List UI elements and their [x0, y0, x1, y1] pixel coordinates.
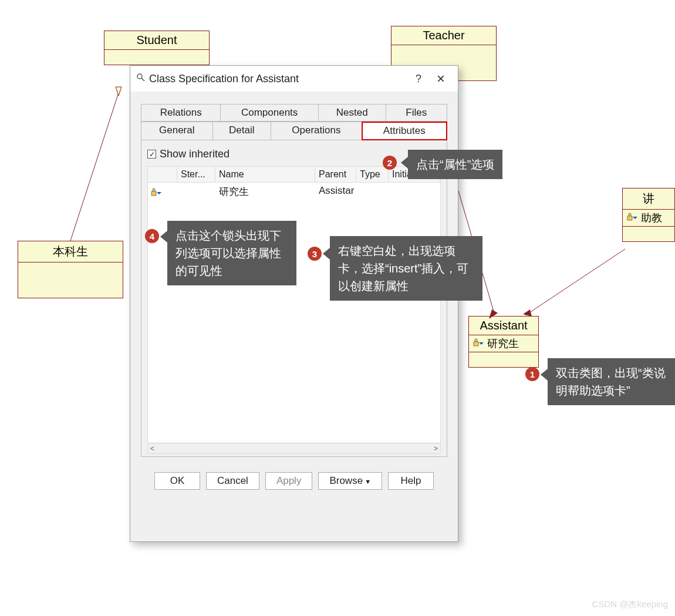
- tab-nested[interactable]: Nested: [318, 104, 386, 122]
- class-title: 本科生: [18, 241, 123, 262]
- class-spec-dialog: Class Specification for Assistant ? × Re…: [130, 65, 458, 542]
- callout-1: 双击类图，出现“类说明帮助选项卡”: [548, 358, 675, 405]
- lock-icon: [626, 212, 641, 224]
- callout-4: 点击这个锁头出现下列选项可以选择属性的可见性: [167, 221, 296, 285]
- help-button[interactable]: Help: [388, 472, 434, 490]
- horizontal-scrollbar[interactable]: < >: [148, 443, 440, 453]
- cell-parent: Assistar: [315, 183, 356, 201]
- svg-line-7: [141, 78, 144, 81]
- tab-operations[interactable]: Operations: [271, 122, 362, 140]
- cancel-button[interactable]: Cancel: [206, 472, 259, 490]
- show-inherited-label: Show inherited: [160, 148, 230, 160]
- class-title: Student: [104, 31, 209, 50]
- class-compartment: [104, 50, 209, 65]
- col-parent[interactable]: Parent: [315, 167, 356, 182]
- callout-arrow: [323, 248, 330, 260]
- class-compartment: [623, 227, 674, 241]
- callout-3: 右键空白处，出现选项卡，选择“insert”插入，可以创建新属性: [330, 236, 482, 301]
- lock-icon: [473, 338, 487, 349]
- tab-detail[interactable]: Detail: [212, 122, 272, 140]
- tab-attributes[interactable]: Attributes: [362, 122, 447, 140]
- browse-button[interactable]: Browse ▼: [318, 472, 382, 490]
- attribute-text: 研究生: [487, 338, 519, 349]
- class-compartment: [18, 262, 123, 298]
- tab-general[interactable]: General: [141, 122, 213, 140]
- show-inherited-checkbox[interactable]: ✓: [147, 150, 156, 159]
- class-assistant[interactable]: Assistant 研究生: [468, 316, 539, 368]
- scroll-right-icon[interactable]: >: [434, 445, 438, 453]
- tab-files[interactable]: Files: [386, 104, 447, 122]
- grid-header: Ster... Name Parent Type Initial: [148, 167, 440, 183]
- class-student[interactable]: Student: [104, 31, 210, 65]
- svg-point-6: [137, 74, 142, 79]
- class-title: Assistant: [469, 317, 538, 335]
- badge-4: 4: [145, 229, 159, 243]
- attribute-text: 助教: [641, 212, 662, 224]
- col-icon[interactable]: [148, 167, 177, 182]
- class-title: 讲: [623, 188, 674, 210]
- class-compartment: [469, 352, 538, 367]
- badge-1: 1: [525, 367, 539, 381]
- watermark: CSDN @杰keeping: [592, 599, 668, 610]
- cell-ster: [177, 183, 215, 201]
- dialog-icon: [136, 73, 147, 85]
- visibility-lock-icon[interactable]: [148, 183, 177, 201]
- ok-button[interactable]: OK: [154, 472, 200, 490]
- badge-3: 3: [308, 247, 322, 261]
- apply-button[interactable]: Apply: [265, 472, 313, 490]
- tab-components[interactable]: Components: [220, 104, 318, 122]
- col-stereotype[interactable]: Ster...: [177, 167, 215, 182]
- callout-2: 点击“属性”选项: [408, 150, 502, 179]
- dialog-title: Class Specification for Assistant: [147, 73, 407, 85]
- scroll-left-icon[interactable]: <: [150, 445, 154, 453]
- attributes-grid[interactable]: Ster... Name Parent Type Initial 研究生: [147, 166, 441, 454]
- callout-arrow: [401, 157, 408, 169]
- cell-name: 研究生: [215, 183, 315, 201]
- col-name[interactable]: Name: [215, 167, 315, 182]
- tab-relations[interactable]: Relations: [141, 104, 221, 122]
- svg-line-4: [525, 249, 625, 315]
- class-partial-right[interactable]: 讲 助教: [622, 188, 675, 242]
- close-button[interactable]: ×: [430, 70, 452, 87]
- class-compartment: 研究生: [469, 335, 538, 352]
- badge-2: 2: [383, 156, 397, 170]
- col-type[interactable]: Type: [356, 167, 389, 182]
- browse-label: Browse: [329, 475, 363, 486]
- class-title: Teacher: [392, 26, 496, 45]
- help-button[interactable]: ?: [407, 73, 430, 85]
- chevron-down-icon: ▼: [363, 478, 371, 485]
- class-compartment: 助教: [623, 210, 674, 227]
- svg-marker-1: [116, 87, 122, 96]
- callout-arrow: [541, 369, 548, 381]
- class-undergrad[interactable]: 本科生: [18, 241, 123, 298]
- grid-row[interactable]: 研究生 Assistar: [148, 183, 440, 201]
- titlebar[interactable]: Class Specification for Assistant ? ×: [130, 66, 458, 92]
- callout-arrow: [160, 231, 167, 243]
- svg-line-0: [70, 93, 119, 241]
- dialog-buttons: OK Cancel Apply Browse ▼ Help: [130, 462, 458, 496]
